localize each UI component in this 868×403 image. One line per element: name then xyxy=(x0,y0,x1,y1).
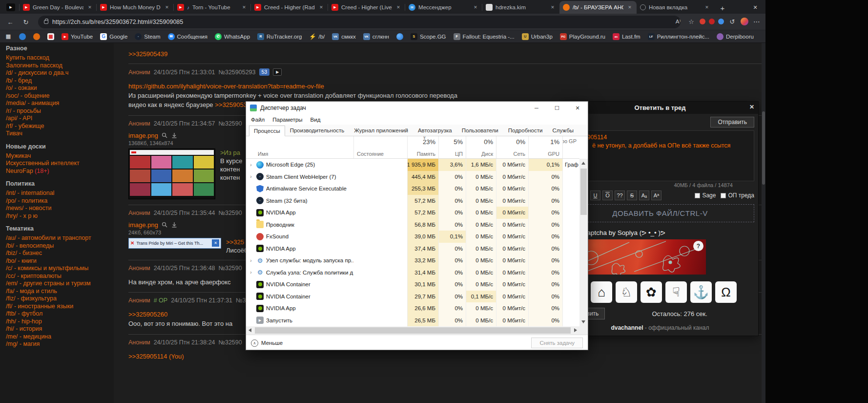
reply-link[interactable]: >>325905260 xyxy=(128,311,167,318)
process-row[interactable]: FxSound 39,0 МБ 0,1% 0 МБ/с 0 Мбит/с 0% xyxy=(246,231,579,243)
captcha-option-flower[interactable]: ✿ xyxy=(641,281,662,303)
process-row[interactable]: Запустить 26,5 МБ 0% 0 МБ/с 0 Мбит/с 0% xyxy=(246,315,579,327)
bookmark-vk-1[interactable]: смккх xyxy=(332,33,355,40)
sidebar-link-biz[interactable]: /biz/ - бизнес xyxy=(6,250,110,257)
spoiler-button[interactable]: ?? xyxy=(615,191,625,200)
bookmark-vk-2[interactable]: сглкнн xyxy=(363,33,389,40)
page-scrollbar[interactable] xyxy=(762,43,765,403)
sidebar-link-fl[interactable]: /fl/ - иностранные языки xyxy=(6,303,110,311)
bookmark-rutracker[interactable]: RuTracker.org xyxy=(257,33,302,40)
reply-link[interactable]: >>325905439 xyxy=(128,50,167,58)
sidebar-link-c[interactable]: /c/ - комиксы и мультфильмы xyxy=(6,265,110,273)
sidebar-link-ai[interactable]: Искусственный интеллект xyxy=(6,160,110,168)
captcha-help-button[interactable]: ? xyxy=(693,241,703,251)
checkbox-icon[interactable] xyxy=(721,193,726,198)
sidebar-link-muzhikach[interactable]: Мужикач xyxy=(6,152,110,160)
tab-users[interactable]: Пользователи xyxy=(457,125,503,136)
expand-chevron-icon[interactable] xyxy=(248,162,254,168)
tab-close-icon[interactable] xyxy=(626,4,633,11)
tab-close-icon[interactable] xyxy=(164,4,170,11)
minimize-button[interactable] xyxy=(526,102,547,114)
menu-options[interactable]: Параметры xyxy=(272,117,302,123)
sidebar-link-hi[interactable]: /hi/ - история xyxy=(6,325,110,333)
browser-menu-icon[interactable] xyxy=(752,17,762,26)
bookmark-steam[interactable]: Steam xyxy=(135,33,160,40)
bookmark-icon-blue-2[interactable] xyxy=(396,33,403,40)
tab-processes[interactable]: Процессы xyxy=(249,126,285,136)
captcha-option-house[interactable]: ⌂ xyxy=(591,281,612,303)
post-number[interactable]: №32590 xyxy=(219,339,242,346)
tab-close-icon[interactable] xyxy=(549,4,556,11)
subscript-button[interactable]: Aₐ xyxy=(639,191,649,200)
post-thumbnail[interactable]: Trans Pride by Miri – Get this Th... xyxy=(128,238,221,249)
sidebar-link-fa[interactable]: /fa/ - мода и стиль xyxy=(6,288,110,296)
channel-link[interactable]: dvachannel xyxy=(611,324,643,331)
fewer-details-button[interactable]: Меньше xyxy=(251,339,283,347)
replies-badge[interactable]: 53 xyxy=(259,68,270,76)
sidebar-link-r[interactable]: /r/ - просьбы xyxy=(6,107,110,115)
sidebar-link-fiz[interactable]: /fiz/ - физкультура xyxy=(6,295,110,303)
expand-chevron-icon[interactable] xyxy=(248,258,254,263)
extension-icon-2[interactable] xyxy=(709,19,715,24)
scroll-right-icon[interactable] xyxy=(574,328,577,332)
sidebar-link-mg[interactable]: /mg/ - магия xyxy=(6,340,110,348)
column-name[interactable]: Имя xyxy=(246,136,353,158)
sidebar-link-cc[interactable]: /cc/ - криптовалюты xyxy=(6,273,110,280)
overline-button[interactable]: O xyxy=(602,191,613,200)
superscript-button[interactable]: Aᵃ xyxy=(651,191,661,200)
sidebar-link-d[interactable]: /d/ - дискуссии о два.ч xyxy=(6,69,110,77)
sidebar-link-neurofap[interactable]: NeuroFap (18+) xyxy=(6,168,110,175)
bookmark-icon-orange[interactable] xyxy=(33,33,40,40)
reload-button[interactable] xyxy=(21,17,31,27)
tab-hdrezka[interactable]: hdrezka.kim xyxy=(482,1,559,14)
sidebar-link-news[interactable]: /news/ - новости xyxy=(6,205,110,212)
sidebar-link-int[interactable]: /int/ - international xyxy=(6,190,110,197)
checkbox-icon[interactable] xyxy=(695,193,700,198)
reply-link[interactable]: >>325 xyxy=(226,238,244,246)
reply-link[interactable]: >>325905114 (You) xyxy=(128,353,184,360)
expand-button[interactable] xyxy=(273,68,282,76)
post-number[interactable]: №32590 xyxy=(219,210,242,216)
process-row[interactable]: NVIDIA App 57,2 МБ 0% 0 МБ/с 0 Мбит/с 0% xyxy=(246,207,579,219)
sidebar-link-o[interactable]: /o/ - оэкаки xyxy=(6,85,110,92)
bookmark-scopegg[interactable]: Scope.GG xyxy=(411,33,446,40)
expand-chevron-icon[interactable] xyxy=(248,270,254,275)
process-row[interactable]: Steam Client WebHelper (7) 445,4 МБ 0% 0… xyxy=(246,171,579,183)
scrollbar-thumb[interactable] xyxy=(762,111,765,185)
tab-close-icon[interactable] xyxy=(86,4,93,11)
bookmark-google[interactable]: Google xyxy=(100,33,127,40)
tab-2ch-active[interactable]: /b/ - БРАУЗЕРА АНО... xyxy=(559,1,637,14)
process-row[interactable]: NVIDIA App 26,6 МБ 0% 0 МБ/с 0 Мбит/с 0% xyxy=(246,302,579,315)
column-gpu-engine[interactable]: Ядро GP xyxy=(562,136,579,158)
sidebar-link-media[interactable]: /media/ - анимация xyxy=(6,100,110,107)
sidebar-link-au[interactable]: /au/ - автомобили и транспорт xyxy=(6,234,110,242)
zoom-icon[interactable] xyxy=(161,221,168,228)
sidebar-link-tivach[interactable]: Тивач xyxy=(6,130,110,138)
process-row[interactable]: Узел службы: модуль запуска пр... 33,2 М… xyxy=(246,255,579,267)
captcha-option-vehicle[interactable]: ⚓ xyxy=(690,281,712,303)
column-cpu[interactable]: 5%ЦП xyxy=(438,136,466,158)
tab-green-day[interactable]: Green Day - Boulevar... xyxy=(20,1,97,14)
sage-checkbox[interactable]: Sage xyxy=(695,192,716,199)
vertical-scrollbar[interactable] xyxy=(579,159,588,326)
pinned-tab[interactable] xyxy=(2,1,20,14)
captcha-option-animal[interactable]: ♘ xyxy=(616,281,637,303)
sidebar-link-b[interactable]: /b/ - бред xyxy=(6,77,110,85)
captcha-option-underwear[interactable]: Ω xyxy=(715,281,737,303)
tab-performance[interactable]: Производительность xyxy=(285,125,350,136)
maximize-button[interactable] xyxy=(547,102,567,114)
sidebar-link-ftb[interactable]: /ftb/ - футбол xyxy=(6,310,110,318)
tab-app-history[interactable]: Журнал приложений xyxy=(349,125,413,136)
process-row[interactable]: NVIDIA Container 29,7 МБ 0% 0,1 МБ/с 0 М… xyxy=(246,291,579,303)
external-link[interactable]: https://github.com/ilyhalight/voice-over… xyxy=(128,83,324,90)
window-close-button[interactable] xyxy=(750,2,761,12)
reply-form-titlebar[interactable]: Ответить в тред xyxy=(562,102,758,114)
zoom-icon[interactable] xyxy=(161,132,168,139)
strikethrough-button[interactable]: S xyxy=(627,191,637,200)
process-row[interactable]: Проводник 56,8 МБ 0% 0 МБ/с 0 Мбит/с 0% xyxy=(246,219,579,231)
send-button[interactable]: Отправить xyxy=(710,117,754,127)
sidebar-link-soc[interactable]: /soc/ - общение xyxy=(6,92,110,100)
expand-chevron-icon[interactable] xyxy=(248,174,254,179)
tab-how-much-money[interactable]: How Much Money Do... xyxy=(97,1,174,14)
bookmark-fallout[interactable]: Fallout: Equestria -... xyxy=(454,33,515,40)
